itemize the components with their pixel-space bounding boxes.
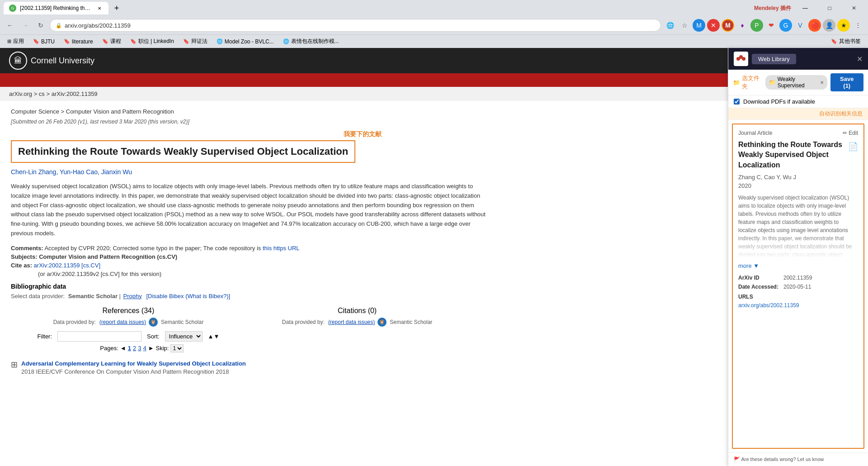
star-icon[interactable]: ☆ — [678, 19, 691, 32]
bookmark-modelzoo-label: Model Zoo - BVLC... — [225, 38, 274, 45]
nav-back-btn[interactable]: ← — [4, 19, 16, 32]
ref-item-text: Adversarial Complementary Learning for W… — [21, 360, 246, 376]
citeas-value1[interactable]: arXiv:2002.11359 [cs.CV] — [34, 262, 100, 269]
folder-select[interactable]: 📁 选文件夹 — [733, 74, 763, 90]
ext-other-icon[interactable]: ★ — [837, 19, 850, 32]
sort-select[interactable]: Influence — [165, 331, 203, 342]
skip-select[interactable]: 1 — [170, 344, 184, 352]
arxiv-id-value: 2002.11359 — [783, 275, 812, 281]
page-1[interactable]: 1 — [128, 345, 131, 352]
dataprovider3[interactable]: [Disable Bibex (What is Bibex?)] — [146, 293, 230, 300]
bookmark-emoji-label: 表情包在线制作模... — [291, 38, 339, 45]
mendeley-close-btn[interactable]: ✕ — [857, 55, 863, 63]
bookmark-literature-label: literature — [72, 38, 93, 45]
apps-icon: ⊞ — [7, 38, 11, 44]
more-btn[interactable]: more ▼ — [738, 262, 858, 269]
edit-btn[interactable]: ✏ Edit — [843, 130, 858, 136]
bookmark-debate[interactable]: 🔖 辩证法 — [179, 37, 211, 46]
window-maximize-btn[interactable]: □ — [819, 2, 840, 14]
cornell-shield-icon: 🏛 — [9, 52, 27, 70]
mendeley-ext-icon[interactable]: M — [722, 19, 734, 32]
save-btn[interactable]: Save (1) — [830, 73, 864, 91]
semantic-scholar-label[interactable]: Semantic Scholar — [161, 319, 203, 325]
bookmark-other[interactable]: 🔖 其他书签 — [827, 37, 864, 46]
auto-detect-bar[interactable]: 自动识别相关信息 — [728, 108, 868, 120]
download-pdf-checkbox[interactable] — [734, 99, 740, 105]
translate-icon[interactable]: 🌐 — [664, 19, 676, 32]
comments-link[interactable]: this https URL — [263, 245, 300, 252]
article-authors[interactable]: Chen-Lin Zhang, Yun-Hao Cao, Jianxin Wu — [11, 168, 486, 176]
profile-icon[interactable]: 👤 — [823, 19, 835, 32]
date-accessed-value: 2020-05-11 — [783, 284, 811, 290]
address-bar[interactable]: 🔒 arxiv.org/abs/2002.11359 — [50, 19, 661, 32]
window-minimize-btn[interactable]: — — [795, 2, 816, 14]
cites-data-label: Data provided by: — [282, 319, 325, 325]
article-content: Computer Science > Computer Vision and P… — [0, 101, 497, 383]
tab-close-btn[interactable]: ✕ — [96, 5, 103, 12]
folder-select-label: 选文件夹 — [742, 74, 763, 90]
nav-prev-icon[interactable]: ◄ — [120, 345, 126, 352]
folder-icon: 📁 — [733, 79, 740, 86]
folder-chip-remove-btn[interactable]: ✕ — [820, 80, 824, 85]
bookmark-modelzoo[interactable]: 🌐 Model Zoo - BVLC... — [213, 38, 278, 46]
page-3[interactable]: 3 — [138, 345, 141, 352]
bookmark-course-label: 课程 — [110, 38, 121, 45]
cites-report-link[interactable]: (report data issues) — [328, 319, 375, 325]
cornell-logo: 🏛 Cornell University — [9, 52, 94, 70]
subjects-label: Subjects: — [11, 253, 38, 260]
cites-semantic-label[interactable]: Semantic Scholar — [390, 319, 432, 325]
refs-report-link[interactable]: (report data issues) — [99, 319, 146, 325]
folder-chip-label: Weakly Supervised — [778, 76, 819, 89]
citeas-v2: (or arXiv:2002.11359v2 [cs.CV] for this … — [11, 271, 486, 277]
filter-input[interactable] — [57, 331, 142, 342]
main-area: 🏛 Cornell University We gratefully ackno… — [0, 48, 868, 466]
menu-icon[interactable]: ⋮ — [852, 19, 864, 32]
mendeley-panel: Web Library ✕ 📁 选文件夹 📁 Weakly Supervised… — [728, 48, 868, 466]
dataprovider2[interactable]: Prophy — [123, 293, 142, 300]
active-tab[interactable]: G [2002.11359] Rethinking the R... ✕ — [4, 2, 108, 14]
ext2-icon[interactable]: ✕ — [707, 19, 720, 32]
ext5-icon[interactable]: ❤ — [765, 19, 778, 32]
ext8-icon[interactable]: 🔴 — [808, 19, 821, 32]
page-2[interactable]: 2 — [133, 345, 136, 352]
article-detail: Journal Article ✏ Edit Rethinking the Ro… — [732, 124, 864, 449]
ext1-icon[interactable]: M — [693, 19, 705, 32]
bookmark-job[interactable]: 🔖 职位 | LinkedIn — [127, 37, 178, 46]
ext6-icon[interactable]: G — [779, 19, 792, 32]
toolbar-icons: 🌐 ☆ M ✕ M ♦ P ❤ G V 🔴 👤 ★ ⋮ — [664, 19, 864, 32]
cites-data-provider: Data provided by: (report data issues) 🦉… — [282, 318, 433, 327]
dataprovider1[interactable]: Semantic Scholar — [68, 293, 118, 300]
window-close-btn[interactable]: ✕ — [844, 2, 864, 14]
refs-heading: References (34) — [103, 307, 155, 315]
semantic-scholar-logo: 🦉 Semantic Scholar — [149, 318, 203, 327]
web-library-tab[interactable]: Web Library — [752, 54, 796, 64]
window-controls: Mendeley 插件 — □ ✕ — [754, 2, 864, 14]
bookmark-apps[interactable]: ⊞ 应用 — [4, 37, 28, 46]
nav-reload-btn[interactable]: ↻ — [34, 19, 47, 32]
ref-item-title[interactable]: Adversarial Complementary Learning for W… — [21, 360, 246, 368]
subjects-value: Computer Vision and Pattern Recognition … — [39, 253, 177, 260]
folder-chip: 📁 Weakly Supervised ✕ — [765, 75, 828, 90]
literature-icon: 🔖 — [64, 38, 70, 44]
detail-year: 2020 — [738, 182, 858, 189]
folder-icon2: 📁 — [769, 79, 776, 86]
nav-next-icon[interactable]: ► — [148, 345, 154, 352]
ext3-icon[interactable]: ♦ — [736, 19, 749, 32]
bookmark-course[interactable]: 🔖 课程 — [99, 37, 125, 46]
browser-titlebar: G [2002.11359] Rethinking the R... ✕ + M… — [0, 0, 868, 16]
bookmark-literature[interactable]: 🔖 literature — [60, 38, 97, 46]
bookmark-bjtu[interactable]: 🔖 BJTU — [29, 38, 58, 46]
emoji-icon: 🌐 — [283, 38, 289, 44]
page-4[interactable]: 4 — [143, 345, 146, 352]
new-tab-btn[interactable]: + — [110, 2, 123, 14]
ext7-icon[interactable]: V — [794, 19, 807, 32]
bookmark-emoji[interactable]: 🌐 表情包在线制作模... — [279, 37, 343, 46]
pdf-icon: 📄 — [848, 142, 858, 152]
subjects-meta: Subjects: Computer Vision and Pattern Re… — [11, 253, 486, 260]
cites-heading: Citations (0) — [338, 307, 377, 315]
download-pdf-label: Download PDFs if available — [743, 98, 815, 105]
article-dates: [Submitted on 26 Feb 2020 (v1), last rev… — [11, 119, 486, 125]
url-link[interactable]: arxiv.org/abs/2002.11359 — [738, 302, 799, 309]
nav-forward-btn[interactable]: → — [19, 19, 32, 32]
ext4-icon[interactable]: P — [750, 19, 763, 32]
